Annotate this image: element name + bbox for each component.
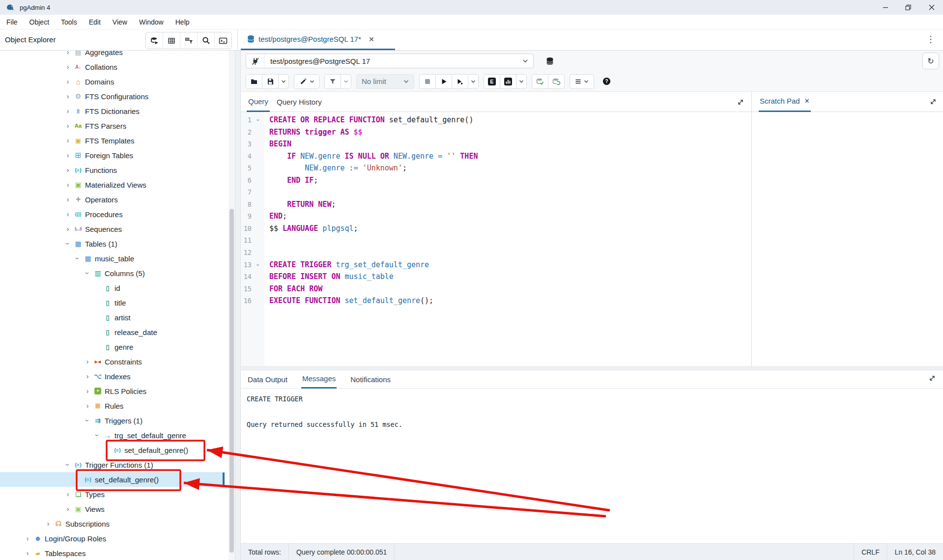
code-text[interactable]: RETURNS trigger AS $$ bbox=[264, 126, 363, 139]
save-options-chevron[interactable] bbox=[278, 74, 289, 89]
tree-item-fts-configurations[interactable]: ›⚙FTS Configurations bbox=[0, 89, 225, 104]
execute-script-button[interactable] bbox=[452, 74, 468, 89]
chevron-down-icon[interactable]: › bbox=[84, 268, 91, 278]
help-button[interactable]: ? bbox=[599, 74, 614, 89]
tree-item-set-default-genre[interactable]: {≡}set_default_genre() bbox=[0, 472, 225, 487]
code-text[interactable]: END IF; bbox=[264, 174, 318, 187]
tree-item-fts-dictionaries[interactable]: ›‖FTS Dictionaries bbox=[0, 104, 225, 118]
menu-help[interactable]: Help bbox=[175, 18, 190, 26]
tree-item-aggregates[interactable]: ›▤Aggregates bbox=[0, 51, 225, 59]
tree-item-title[interactable]: ▯title bbox=[0, 295, 225, 310]
chevron-down-icon[interactable]: › bbox=[74, 253, 82, 263]
filter-options-chevron[interactable] bbox=[341, 74, 351, 89]
connection-dropdown[interactable]: test/postgres@PostgreSQL 17 bbox=[246, 54, 534, 68]
chevron-right-icon[interactable]: › bbox=[63, 225, 73, 233]
stop-button[interactable] bbox=[419, 74, 436, 89]
code-text[interactable]: END; bbox=[264, 210, 287, 223]
tree-item-domains[interactable]: ›⌂Domains bbox=[0, 74, 225, 89]
vertical-splitter[interactable] bbox=[235, 51, 241, 560]
chevron-right-icon[interactable]: › bbox=[83, 358, 92, 365]
sql-editor[interactable]: 1›CREATE OR REPLACE FUNCTION set_default… bbox=[241, 112, 751, 366]
tree-item-rls-policies[interactable]: ›•RLS Policies bbox=[0, 384, 225, 398]
chevron-right-icon[interactable]: › bbox=[63, 122, 73, 130]
code-text[interactable]: BEGIN bbox=[264, 138, 291, 150]
tree-item-indexes[interactable]: ›⌥Indexes bbox=[0, 369, 225, 384]
expand-output-icon[interactable] bbox=[928, 374, 936, 382]
tree-item-procedures[interactable]: ›{()}Procedures bbox=[0, 207, 225, 222]
save-file-button[interactable] bbox=[262, 74, 279, 89]
kebab-menu-icon[interactable]: ⋮ bbox=[926, 34, 935, 45]
chevron-right-icon[interactable]: › bbox=[83, 402, 92, 410]
code-text[interactable]: CREATE TRIGGER trg_set_default_genre bbox=[264, 259, 429, 271]
code-text[interactable]: BEFORE INSERT ON music_table bbox=[264, 271, 394, 283]
code-text[interactable]: RETURN NEW; bbox=[264, 198, 336, 211]
code-text[interactable]: CREATE OR REPLACE FUNCTION set_default_g… bbox=[264, 114, 473, 126]
edit-menu-button[interactable] bbox=[294, 74, 319, 89]
tab-close-icon[interactable]: ✕ bbox=[369, 35, 374, 43]
tab-notifications[interactable]: Notifications bbox=[349, 370, 392, 389]
minimize-button[interactable] bbox=[874, 0, 897, 15]
chevron-right-icon[interactable]: › bbox=[63, 51, 73, 56]
chevron-right-icon[interactable]: › bbox=[63, 181, 73, 189]
tree-item-materialized-views[interactable]: ›▣Materialized Views bbox=[0, 177, 225, 192]
terminal-icon[interactable] bbox=[214, 32, 231, 49]
code-text[interactable]: FOR EACH ROW bbox=[264, 283, 322, 295]
expand-editor-icon[interactable] bbox=[737, 98, 744, 106]
chevron-right-icon[interactable]: › bbox=[83, 387, 92, 395]
rollback-button[interactable] bbox=[548, 74, 565, 89]
scratch-pad-content[interactable] bbox=[752, 112, 943, 366]
menu-edit[interactable]: Edit bbox=[89, 18, 101, 26]
tree-item-music-table[interactable]: ›▦music_table bbox=[0, 251, 225, 266]
chevron-right-icon[interactable]: › bbox=[23, 534, 32, 542]
explain-options-chevron[interactable] bbox=[516, 74, 527, 89]
tree-item-foreign-tables[interactable]: ›⊞Foreign Tables bbox=[0, 148, 225, 163]
scratch-pad-close-icon[interactable]: ✕ bbox=[804, 97, 810, 105]
tree-item-rules[interactable]: ›≣Rules bbox=[0, 398, 225, 413]
expand-scratch-pad-icon[interactable] bbox=[929, 98, 937, 106]
querytool-tab[interactable]: test/postgres@PostgreSQL 17* ✕ bbox=[241, 29, 395, 50]
tree-item-views[interactable]: ›▣Views bbox=[0, 502, 225, 516]
tree-item-subscriptions[interactable]: ›☊Subscriptions bbox=[0, 516, 225, 531]
code-text[interactable]: EXECUTE FUNCTION set_default_genre(); bbox=[264, 295, 433, 307]
tree-item-release-date[interactable]: ▯release_date bbox=[0, 325, 225, 339]
chevron-right-icon[interactable]: › bbox=[43, 520, 53, 528]
explain-analyze-button[interactable] bbox=[500, 74, 516, 89]
chevron-right-icon[interactable]: › bbox=[63, 92, 73, 100]
tab-query-history[interactable]: Query History bbox=[275, 92, 323, 112]
tree-item-constraints[interactable]: ›▶◀Constraints bbox=[0, 354, 225, 369]
code-text[interactable] bbox=[264, 234, 269, 247]
horizontal-splitter[interactable] bbox=[241, 366, 943, 370]
tree-item-tablespaces[interactable]: ›▰Tablespaces bbox=[0, 546, 225, 560]
commit-button[interactable] bbox=[532, 74, 548, 89]
execute-options-chevron[interactable] bbox=[468, 74, 479, 89]
macros-button[interactable] bbox=[570, 74, 594, 89]
tree-item-types[interactable]: ›❏Types bbox=[0, 487, 225, 502]
tab-query[interactable]: Query bbox=[247, 92, 270, 112]
code-text[interactable]: IF NEW.genre IS NULL OR NEW.genre = '' T… bbox=[264, 150, 478, 163]
tab-messages[interactable]: Messages bbox=[301, 370, 337, 389]
menu-view[interactable]: View bbox=[113, 18, 127, 26]
servers-icon[interactable] bbox=[146, 32, 163, 49]
tree-item-tables-1[interactable]: ›▦Tables (1) bbox=[0, 236, 225, 251]
search-icon[interactable] bbox=[197, 32, 214, 49]
dependents-grid-icon[interactable] bbox=[163, 32, 180, 49]
chevron-right-icon[interactable]: › bbox=[63, 196, 73, 203]
tab-scratch-pad[interactable]: Scratch Pad ✕ bbox=[759, 92, 811, 112]
chevron-right-icon[interactable]: › bbox=[63, 490, 73, 498]
chevron-down-icon[interactable]: › bbox=[93, 430, 101, 440]
chevron-right-icon[interactable]: › bbox=[63, 63, 73, 71]
chevron-right-icon[interactable]: › bbox=[63, 505, 73, 513]
tree-item-fts-parsers[interactable]: ›AaFTS Parsers bbox=[0, 118, 225, 133]
menu-window[interactable]: Window bbox=[139, 18, 164, 26]
chevron-right-icon[interactable]: › bbox=[63, 78, 73, 85]
code-text[interactable] bbox=[264, 247, 269, 259]
filter-icon[interactable] bbox=[180, 32, 197, 49]
code-text[interactable]: $$ LANGUAGE plpgsql; bbox=[264, 223, 358, 235]
menu-file[interactable]: File bbox=[6, 18, 18, 26]
tree-item-login-group-roles[interactable]: ›☻Login/Group Roles bbox=[0, 531, 225, 546]
code-text[interactable]: NEW.genre := 'Unknown'; bbox=[264, 162, 407, 174]
filter-button[interactable] bbox=[324, 74, 341, 89]
tree-item-trg-set-default-genre[interactable]: ›→trg_set_default_genre bbox=[0, 428, 225, 443]
fold-chevron-icon[interactable]: › bbox=[252, 113, 264, 126]
chevron-right-icon[interactable]: › bbox=[63, 137, 73, 144]
